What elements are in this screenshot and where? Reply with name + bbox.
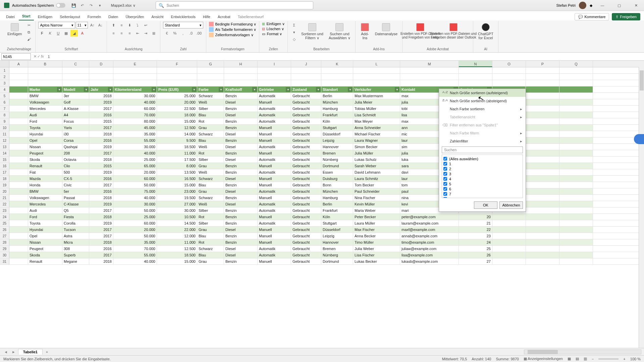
bold-button[interactable]: F <box>38 30 46 37</box>
cell[interactable] <box>526 80 559 86</box>
cell[interactable] <box>526 157 559 163</box>
chatgpt-button[interactable]: ChatGPT for Excel <box>476 22 495 41</box>
cut-icon[interactable]: ✂ <box>25 22 33 28</box>
col-header[interactable]: Q <box>559 61 593 67</box>
cell[interactable] <box>526 74 559 80</box>
find-select-button[interactable]: Suchen und Auswählen ∨ <box>327 22 353 41</box>
cell[interactable] <box>526 150 559 156</box>
cell[interactable] <box>9 163 28 169</box>
cell[interactable] <box>526 144 559 150</box>
col-header[interactable]: K <box>321 61 353 67</box>
cell[interactable]: München <box>321 188 353 194</box>
cell[interactable]: 30.000 <box>113 201 157 207</box>
cell[interactable]: 2017 <box>89 182 113 188</box>
toggle-icon[interactable] <box>56 3 65 8</box>
checkbox[interactable] <box>443 182 447 186</box>
cell[interactable] <box>492 67 526 73</box>
cell[interactable] <box>526 258 559 264</box>
cell[interactable]: 18.500 <box>157 252 197 258</box>
cell[interactable]: 24 <box>459 239 492 245</box>
cell[interactable]: Dortmund <box>321 163 353 169</box>
col-header[interactable]: P <box>526 61 559 67</box>
cell[interactable]: 14.500 <box>157 220 197 226</box>
cell[interactable]: 2019 <box>89 169 113 175</box>
cell[interactable]: Gebraucht <box>291 207 321 214</box>
cell[interactable]: Fiat <box>28 169 62 175</box>
cell[interactable] <box>353 80 400 86</box>
row-header[interactable]: 22 <box>0 201 9 207</box>
cell[interactable] <box>559 233 593 239</box>
sheet-nav-prev-icon[interactable]: ◄ <box>3 350 9 354</box>
new-sheet-icon[interactable]: + <box>44 349 50 355</box>
cell[interactable] <box>353 67 400 73</box>
cell[interactable]: 55.000 <box>113 252 157 258</box>
cell[interactable]: 2016 <box>89 176 113 182</box>
cell[interactable]: Automatik <box>258 157 291 163</box>
cell[interactable]: Automatik <box>258 246 291 252</box>
cell[interactable]: 40.000 <box>113 99 157 105</box>
cell[interactable]: Blau <box>197 137 224 143</box>
help-bubble-icon[interactable] <box>634 134 644 144</box>
cell[interactable] <box>28 67 62 73</box>
cell[interactable]: Gebraucht <box>291 233 321 239</box>
cell[interactable]: Mercedes <box>28 106 62 112</box>
cell[interactable]: Diesel <box>224 157 258 163</box>
row-header[interactable]: 9 <box>0 118 9 124</box>
cell[interactable]: Grau <box>197 227 224 233</box>
cell[interactable] <box>89 80 113 86</box>
cell[interactable]: 30.000 <box>113 144 157 150</box>
cell[interactable]: Hannover <box>321 144 353 150</box>
cell[interactable]: 2016 <box>89 112 113 118</box>
cell[interactable]: 18.500 <box>157 144 197 150</box>
cell[interactable]: 208 <box>62 150 89 156</box>
cell[interactable]: 14.000 <box>157 131 197 137</box>
cell[interactable]: Hamburg <box>321 195 353 201</box>
cell[interactable] <box>526 188 559 194</box>
cell[interactable]: Benzin <box>224 220 258 226</box>
cell[interactable]: 23.000 <box>157 188 197 194</box>
cell[interactable]: Weiß <box>197 144 224 150</box>
cell[interactable]: 2018 <box>89 239 113 245</box>
cell[interactable]: Timo Müller <box>353 239 400 245</box>
col-header[interactable]: H <box>224 61 258 67</box>
checkbox[interactable] <box>443 187 447 191</box>
row-header[interactable]: 20 <box>0 188 9 194</box>
cell[interactable] <box>492 214 526 220</box>
cell[interactable]: Gebraucht <box>291 157 321 163</box>
cell[interactable]: Volkswagen <box>28 195 62 201</box>
formula-input[interactable]: 1 <box>45 55 644 59</box>
row-header[interactable]: 23 <box>0 207 9 214</box>
cell[interactable]: Lukas Schulz <box>353 157 400 163</box>
cell[interactable] <box>9 74 28 80</box>
cell[interactable] <box>526 252 559 258</box>
cell[interactable] <box>526 195 559 201</box>
row-header[interactable]: 5 <box>0 93 9 99</box>
cell[interactable]: Peter Becker <box>353 214 400 220</box>
delete-cells-button[interactable]: ⊟Löschen ∨ <box>262 27 284 31</box>
row-header[interactable]: 17 <box>0 169 9 175</box>
cell[interactable]: Manuell <box>258 176 291 182</box>
cell[interactable]: Peugeot <box>28 150 62 156</box>
spreadsheet-grid[interactable]: 1234Marke▾Modell▾Jahr▾Kilometerstand▾Pre… <box>0 67 644 265</box>
cell[interactable]: 22.500 <box>157 106 197 112</box>
cell[interactable]: Maria Weber <box>353 207 400 214</box>
row-header[interactable]: 13 <box>0 144 9 150</box>
cell[interactable]: Max Mustermann <box>353 93 400 99</box>
row-header[interactable]: 7 <box>0 106 9 112</box>
cell[interactable]: Rot <box>197 118 224 124</box>
cell[interactable] <box>559 67 593 73</box>
sort-by-color-item[interactable]: Nach Farbe sortieren▸ <box>439 105 526 113</box>
cell[interactable]: Megane <box>62 258 89 264</box>
qat-dropdown-icon[interactable]: ▾ <box>96 2 104 9</box>
row-header[interactable]: 4 <box>0 86 9 93</box>
cell[interactable]: Lisa Schmidt <box>353 112 400 118</box>
cell[interactable]: Micra <box>62 239 89 245</box>
insert-cells-button[interactable]: ⊞Einfügen ∨ <box>262 22 284 26</box>
font-family-dropdown[interactable]: Aptos Narrow▾ <box>38 22 75 28</box>
cell[interactable]: Dortmund <box>321 258 353 264</box>
cell[interactable]: BMW <box>28 93 62 99</box>
tab-tabellenentwurf[interactable]: Tabellenentwurf <box>234 13 267 20</box>
cell[interactable]: 11.000 <box>157 150 197 156</box>
cell[interactable]: Hannover <box>321 239 353 245</box>
comments-button[interactable]: 💬 Kommentare <box>575 13 609 20</box>
